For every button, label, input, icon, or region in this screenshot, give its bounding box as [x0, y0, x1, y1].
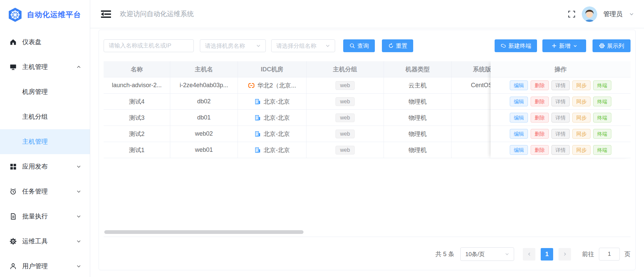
terminal-button[interactable]: 终端 [593, 145, 611, 155]
page-number-button[interactable]: 1 [541, 248, 553, 261]
sidebar-item-ops-tools[interactable]: 运维工具 [0, 229, 90, 254]
chevron-left-icon [527, 251, 532, 257]
cell-idc: 北京-北京 [238, 94, 307, 110]
cell-group: web [307, 94, 384, 110]
operation-row: 编辑删除详情同步终端 [491, 110, 631, 126]
operation-row: 编辑删除详情同步终端 [491, 126, 631, 142]
delete-button[interactable]: 删除 [531, 80, 549, 90]
sidebar-item-host-groups[interactable]: 主机分组 [0, 104, 90, 129]
chevron-down-icon [573, 43, 578, 48]
prev-page-button[interactable] [523, 248, 535, 261]
group-tag: web [335, 81, 355, 90]
sync-button[interactable]: 同步 [572, 129, 591, 139]
monitor-icon [9, 63, 17, 71]
operation-row: 编辑删除详情同步终端 [491, 94, 631, 110]
cell-machine-type: 物理机 [384, 142, 452, 158]
sidebar-item-label: 仪表盘 [22, 38, 82, 46]
building-icon [254, 147, 261, 153]
add-button[interactable]: 新增 [542, 39, 586, 52]
delete-button[interactable]: 删除 [531, 97, 549, 106]
total-count: 共 5 条 [435, 250, 454, 258]
group-select[interactable]: 请选择分组名称 [271, 39, 335, 52]
edit-button[interactable]: 编辑 [510, 145, 528, 155]
kubernetes-helm-icon [7, 7, 23, 23]
reset-button[interactable]: 重置 [382, 39, 413, 52]
terminal-link-icon [500, 43, 506, 49]
sidebar-item-host-management-sub[interactable]: 主机管理 [0, 129, 90, 154]
sync-button[interactable]: 同步 [572, 80, 591, 90]
next-page-button[interactable] [559, 248, 571, 261]
sidebar-item-user-management[interactable]: 用户管理 [0, 254, 90, 277]
detail-button[interactable]: 详情 [551, 129, 570, 139]
sidebar-item-batch-execute[interactable]: 批量执行 [0, 204, 90, 229]
document-icon [9, 213, 17, 220]
chevron-down-icon [76, 188, 82, 195]
group-tag: web [335, 113, 355, 122]
new-terminal-button[interactable]: 新建终端 [495, 39, 537, 52]
cell-idc: 华北2（北京... [238, 77, 307, 94]
column-header: IDC机房 [238, 61, 307, 77]
detail-button[interactable]: 详情 [551, 113, 570, 123]
sync-button[interactable]: 同步 [572, 145, 591, 155]
sidebar-sub-label: 主机分组 [22, 112, 48, 121]
sidebar-item-host-management[interactable]: 主机管理 [0, 55, 90, 79]
sidebar-item-app-release[interactable]: 应用发布 [0, 154, 90, 179]
search-input[interactable] [104, 39, 194, 52]
terminal-button[interactable]: 终端 [593, 80, 611, 90]
sidebar-item-task-management[interactable]: 任务管理 [0, 179, 90, 204]
cell-group: web [307, 126, 384, 142]
delete-button[interactable]: 删除 [531, 129, 549, 139]
cell-name: 测试1 [104, 142, 170, 158]
chevron-down-icon [76, 263, 82, 269]
sync-button[interactable]: 同步 [572, 97, 591, 106]
column-header: 机器类型 [384, 61, 452, 77]
chevron-up-icon [76, 64, 82, 70]
filter-bar: 请选择机房名称 请选择分组名称 查询 重置 [104, 39, 631, 52]
cell-hostname: web02 [170, 126, 238, 142]
sidebar-item-idc-management[interactable]: 机房管理 [0, 79, 90, 104]
column-header: 名称 [104, 61, 170, 77]
plus-icon [551, 43, 557, 49]
chevron-down-icon[interactable] [629, 11, 635, 17]
edit-button[interactable]: 编辑 [510, 97, 528, 106]
cell-idc: 北京-北京 [238, 142, 307, 158]
chevron-down-icon [255, 43, 261, 49]
cell-name: 测试2 [104, 126, 170, 142]
idc-select[interactable]: 请选择机房名称 [200, 39, 266, 52]
sidebar-item-label: 批量执行 [22, 212, 70, 221]
avatar[interactable] [582, 6, 597, 22]
fullscreen-icon[interactable] [568, 10, 576, 18]
sync-button[interactable]: 同步 [572, 113, 591, 123]
group-tag: web [335, 146, 355, 154]
column-header: 主机分组 [307, 61, 384, 77]
terminal-button[interactable]: 终端 [593, 129, 611, 139]
edit-button[interactable]: 编辑 [510, 129, 528, 139]
terminal-button[interactable]: 终端 [593, 97, 611, 106]
cell-machine-type: 物理机 [384, 126, 452, 142]
page-size-select[interactable]: 10条/页 [460, 247, 514, 261]
sidebar-item-label: 应用发布 [22, 162, 70, 171]
detail-button[interactable]: 详情 [551, 97, 570, 106]
detail-button[interactable]: 详情 [551, 80, 570, 90]
operation-row: 编辑删除详情同步终端 [491, 77, 631, 94]
sidebar-item-dashboard[interactable]: 仪表盘 [0, 30, 90, 55]
horizontal-scrollbar[interactable] [104, 230, 303, 234]
operation-row: 编辑删除详情同步终端 [491, 142, 631, 158]
main-area: 欢迎访问自动化运维系统 管理员 [90, 0, 644, 277]
cell-machine-type: 物理机 [384, 110, 452, 126]
display-columns-button[interactable]: 展示列 [593, 39, 631, 52]
fixed-operation-column: 操作 编辑删除详情同步终端编辑删除详情同步终端编辑删除详情同步终端编辑删除详情同… [491, 61, 631, 158]
user-menu[interactable]: 管理员 [603, 10, 622, 19]
sidebar-collapse-icon[interactable] [101, 10, 111, 18]
edit-button[interactable]: 编辑 [510, 113, 528, 123]
cell-hostname: db02 [170, 94, 238, 110]
alarm-clock-icon [9, 188, 17, 195]
goto-label: 前往 [582, 250, 594, 258]
delete-button[interactable]: 删除 [531, 145, 549, 155]
goto-page-input[interactable] [599, 248, 620, 261]
terminal-button[interactable]: 终端 [593, 113, 611, 123]
edit-button[interactable]: 编辑 [510, 80, 528, 90]
delete-button[interactable]: 删除 [531, 113, 549, 123]
query-button[interactable]: 查询 [343, 39, 375, 52]
detail-button[interactable]: 详情 [551, 145, 570, 155]
